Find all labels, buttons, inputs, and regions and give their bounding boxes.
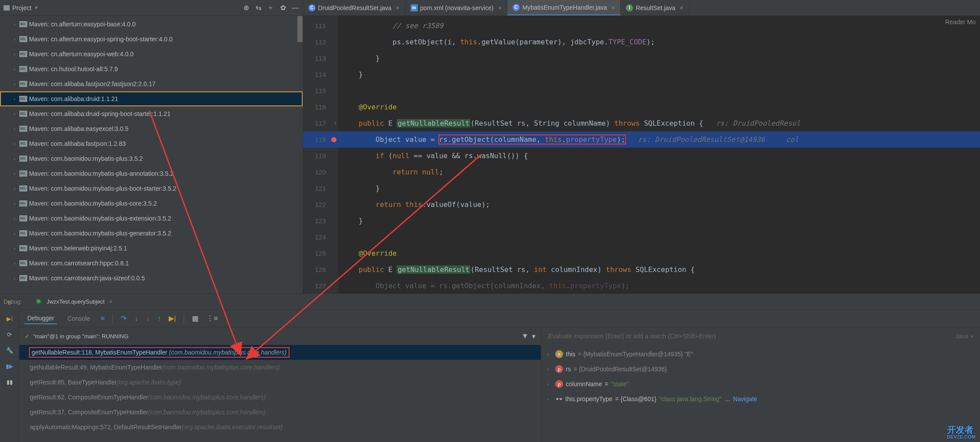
- line-number[interactable]: 125: [303, 245, 338, 261]
- code-line[interactable]: Object value = rs.getObject(columnIndex,…: [338, 278, 980, 293]
- line-number[interactable]: 118: [303, 131, 338, 148]
- expand-icon[interactable]: ⇆: [254, 4, 262, 12]
- stack-frame[interactable]: getNullableResult:49, MybatisEnumTypeHan…: [19, 360, 541, 375]
- editor-tab[interactable]: IResultSet.java×: [621, 0, 689, 15]
- hide-icon[interactable]: —: [291, 4, 299, 12]
- code-line[interactable]: }: [338, 50, 980, 66]
- tree-item[interactable]: ›Maven: com.alibaba:fastjson:1.2.83: [0, 136, 303, 151]
- tab-debugger[interactable]: Debugger: [25, 313, 57, 324]
- tree-item[interactable]: ›Maven: com.alibaba:druid-spring-boot-st…: [0, 106, 303, 121]
- tree-item[interactable]: ›Maven: com.alibaba.fastjson2:fastjson2:…: [0, 76, 303, 91]
- code-line[interactable]: }: [338, 66, 980, 83]
- code-line[interactable]: // see r3589: [338, 18, 980, 34]
- chevron-right-icon[interactable]: ›: [547, 397, 553, 402]
- modify-run-icon[interactable]: ▶⁞: [5, 314, 14, 323]
- code-line[interactable]: @Override: [338, 99, 980, 115]
- line-number[interactable]: 123: [303, 213, 338, 229]
- line-number[interactable]: 122: [303, 196, 338, 213]
- variables-list[interactable]: ›≡this = {MybatisEnumTypeHandler@14935} …: [541, 345, 980, 442]
- dropdown-icon[interactable]: ▾: [532, 332, 535, 341]
- tree-item[interactable]: ›Maven: com.baomidou:mybatis-plus:3.5.2: [0, 151, 303, 166]
- tree-item[interactable]: ›Maven: cn.afterturn:easypoi-web:4.0.0: [0, 47, 303, 62]
- close-icon[interactable]: ×: [396, 4, 399, 11]
- close-icon[interactable]: ×: [109, 298, 112, 305]
- collapse-icon[interactable]: ÷: [267, 4, 275, 12]
- variable-row[interactable]: ›prs = {DruidPooledResultSet@14936}: [541, 362, 980, 377]
- tree-item[interactable]: ›Maven: com.baomidou:mybatis-plus-genera…: [0, 226, 303, 241]
- code-line[interactable]: ps.setObject(i, this.getValue(parameter)…: [338, 34, 980, 50]
- tree-item[interactable]: ›Maven: com.alibaba:easyexcel:3.0.5: [0, 121, 303, 136]
- project-tree[interactable]: ›Maven: cn.afterturn:easypoi-base:4.0.0›…: [0, 16, 303, 293]
- step-out-icon[interactable]: ↑: [157, 315, 161, 322]
- evaluate-icon[interactable]: ▦: [192, 314, 199, 322]
- code-line[interactable]: Object value = rs.getObject(columnName, …: [338, 131, 980, 148]
- line-number[interactable]: 112: [303, 34, 338, 50]
- code-line[interactable]: public E getNullableResult(ResultSet rs,…: [338, 115, 980, 131]
- stack-frame[interactable]: getNullableResult:118, MybatisEnumTypeHa…: [19, 345, 541, 360]
- line-number[interactable]: 127: [303, 278, 338, 293]
- tree-item[interactable]: ›Maven: com.carrotsearch:hppc:0.8.1: [0, 256, 303, 271]
- editor-tab[interactable]: CDruidPooledResultSet.java×: [303, 0, 405, 15]
- stack-frame[interactable]: getResult:85, BaseTypeHandler (org.apach…: [19, 375, 541, 390]
- code-area[interactable]: // see r3589 ps.setObject(i, this.getVal…: [338, 16, 980, 293]
- code-line[interactable]: [338, 83, 980, 99]
- code-line[interactable]: [338, 229, 980, 245]
- tree-item[interactable]: ›Maven: com.baomidou:mybatis-plus-extens…: [0, 211, 303, 226]
- code-line[interactable]: }: [338, 213, 980, 229]
- chevron-right-icon[interactable]: ›: [547, 352, 553, 357]
- more-icon[interactable]: ⋮≡: [206, 314, 217, 322]
- close-icon[interactable]: ×: [498, 4, 502, 11]
- close-icon[interactable]: ×: [611, 4, 615, 11]
- tree-item[interactable]: ›Maven: com.belerweb:pinyin4j:2.5.1: [0, 241, 303, 256]
- wrench-icon[interactable]: 🔧: [5, 346, 14, 355]
- pause-icon[interactable]: ▮▶: [5, 362, 14, 370]
- project-title[interactable]: Project ▼: [4, 4, 38, 11]
- tree-item[interactable]: ›Maven: cn.afterturn:easypoi-base:4.0.0: [0, 17, 303, 32]
- code-line[interactable]: return null;: [338, 164, 980, 180]
- chevron-right-icon[interactable]: ›: [547, 367, 553, 372]
- tree-item[interactable]: ›Maven: com.alibaba:druid:1.1.21: [0, 91, 303, 106]
- step-over-icon[interactable]: ↷: [121, 314, 127, 322]
- tree-item[interactable]: ›Maven: com.baomidou:mybatis-plus-annota…: [0, 166, 303, 181]
- stack-frame[interactable]: applyAutomaticMappings:572, DefaultResul…: [19, 420, 541, 435]
- locate-icon[interactable]: ⊕: [242, 4, 250, 12]
- line-number[interactable]: 121: [303, 180, 338, 196]
- filter-icon[interactable]: ▼: [521, 332, 528, 340]
- editor-tab[interactable]: mpom.xml (novavita-service)×: [405, 0, 507, 15]
- step-into-icon[interactable]: ↓: [134, 315, 138, 322]
- force-step-into-icon[interactable]: ↓: [146, 315, 149, 322]
- code-line[interactable]: return this.valueOf(value);: [338, 196, 980, 213]
- gutter[interactable]: 111112113114115116117↑118119120121122123…: [303, 16, 338, 293]
- line-number[interactable]: 116: [303, 99, 338, 115]
- close-icon[interactable]: ×: [680, 4, 683, 11]
- line-number[interactable]: 126: [303, 261, 338, 278]
- line-number[interactable]: 114: [303, 66, 338, 83]
- settings-icon[interactable]: ✿: [279, 4, 287, 12]
- variable-row[interactable]: ›pcolumnName = "state": [541, 377, 980, 391]
- line-number[interactable]: 124: [303, 229, 338, 245]
- tab-console[interactable]: Console: [65, 313, 93, 324]
- resume-icon[interactable]: ⟳: [5, 330, 14, 339]
- tree-item[interactable]: ›Maven: com.carrotsearch:java-sizeof:0.0…: [0, 271, 303, 286]
- stack-frame[interactable]: getResult:62, CompositeEnumTypeHandler (…: [19, 390, 541, 405]
- line-number[interactable]: 117↑: [303, 115, 338, 131]
- code-line[interactable]: @Override: [338, 245, 980, 261]
- evaluate-input[interactable]: Evaluate expression (Enter) or add a wat…: [541, 327, 980, 345]
- threads-icon[interactable]: ≡: [101, 315, 105, 322]
- tree-item[interactable]: ›Maven: com.baomidou:mybatis-plus-core:3…: [0, 196, 303, 211]
- breakpoint-icon[interactable]: [331, 137, 336, 142]
- line-number[interactable]: 111: [303, 18, 338, 34]
- eval-lang[interactable]: Java: [955, 333, 968, 340]
- line-number[interactable]: 115: [303, 83, 338, 99]
- code-line[interactable]: }: [338, 180, 980, 196]
- editor-tab[interactable]: CMybatisEnumTypeHandler.java×: [507, 0, 621, 15]
- tree-item[interactable]: ›Maven: cn.hutool:hutool-all:5.7.9: [0, 62, 303, 76]
- stack-frame[interactable]: getResult:37, CompositeEnumTypeHandler (…: [19, 405, 541, 420]
- line-number[interactable]: 120: [303, 164, 338, 180]
- scrollbar[interactable]: [297, 16, 303, 42]
- chevron-right-icon[interactable]: ›: [547, 382, 553, 387]
- run-to-cursor-icon[interactable]: ▶|: [169, 314, 176, 322]
- code-line[interactable]: public E getNullableResult(ResultSet rs,…: [338, 261, 980, 278]
- debug-session-name[interactable]: JwzxTest.querySubject: [47, 298, 105, 305]
- code-line[interactable]: if (null == value && rs.wasNull()) {: [338, 148, 980, 164]
